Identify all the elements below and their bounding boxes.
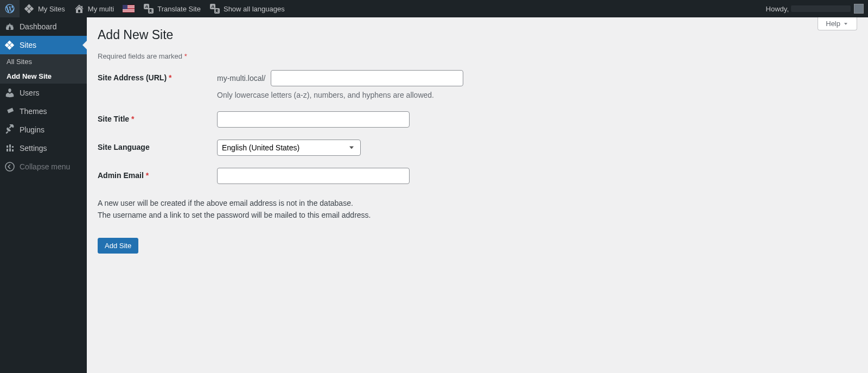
menu-themes[interactable]: Themes [0,102,87,121]
site-address-prefix: my-multi.local/ [217,74,265,83]
admin-email-label: Admin Email * [98,168,217,180]
site-language-select[interactable]: English (United States) [217,140,361,156]
account-area[interactable]: Howdy, [766,0,868,17]
themes-icon [4,106,15,117]
us-flag-icon [123,5,135,12]
collapse-icon [4,161,15,172]
admin-email-info: A new user will be created if the above … [98,197,857,222]
site-address-label: Site Address (URL) * [98,70,217,82]
menu-collapse-label: Collapse menu [20,162,70,171]
admin-email-input[interactable] [217,168,410,184]
wp-logo[interactable] [0,0,20,17]
sites-icon [4,40,15,50]
translate-site-label: Translate Site [157,5,201,13]
add-site-form: Site Address (URL) * my-multi.local/ Onl… [98,70,857,184]
home-icon [74,3,85,14]
admin-sidebar: Dashboard Sites All Sites Add New Site U… [0,17,87,373]
current-site-label: My multi [88,5,114,13]
site-title-label: Site Title * [98,111,217,123]
site-address-input[interactable] [271,70,463,86]
avatar-icon [854,4,864,14]
user-display-name [791,5,851,12]
howdy-text: Howdy, [766,5,789,13]
menu-plugins[interactable]: Plugins [0,121,87,139]
submenu-all-sites[interactable]: All Sites [0,54,87,69]
multisite-icon [24,3,35,14]
help-tab[interactable]: Help [818,17,857,30]
add-site-button[interactable]: Add Site [98,238,138,254]
page-title: Add New Site [98,23,857,45]
wordpress-icon [4,3,15,14]
site-address-desc: Only lowercase letters (a-z), numbers, a… [217,91,857,99]
site-language-label: Site Language [98,140,217,151]
show-all-languages-link[interactable]: Show all languages [205,0,289,17]
my-sites-link[interactable]: My Sites [20,0,69,17]
svg-point-0 [5,162,14,171]
menu-settings-label: Settings [20,144,47,153]
help-label: Help [826,20,840,28]
site-title-input[interactable] [217,111,410,128]
language-flag[interactable] [118,0,139,17]
dashboard-icon [4,21,15,32]
users-icon [4,87,15,98]
translate-site-link[interactable]: Translate Site [139,0,205,17]
plugins-icon [4,124,15,135]
menu-users-label: Users [20,88,40,97]
menu-sites-submenu: All Sites Add New Site [0,54,87,84]
menu-dashboard[interactable]: Dashboard [0,17,87,36]
menu-collapse[interactable]: Collapse menu [0,157,87,176]
translate-alt-icon [209,3,220,14]
menu-sites[interactable]: Sites [0,36,87,54]
my-sites-label: My Sites [38,5,65,13]
admin-bar: My Sites My multi Translate Site Show al… [0,0,868,17]
menu-dashboard-label: Dashboard [20,22,57,31]
menu-themes-label: Themes [20,107,47,116]
current-site-link[interactable]: My multi [69,0,118,17]
menu-sites-label: Sites [20,41,36,49]
settings-icon [4,143,15,154]
submenu-add-new-site[interactable]: Add New Site [0,69,87,84]
required-note: Required fields are marked * [98,52,857,60]
translate-icon [143,3,154,14]
menu-plugins-label: Plugins [20,125,44,134]
menu-users[interactable]: Users [0,84,87,102]
menu-settings[interactable]: Settings [0,139,87,157]
show-all-languages-label: Show all languages [224,5,285,13]
chevron-down-icon [843,21,849,27]
